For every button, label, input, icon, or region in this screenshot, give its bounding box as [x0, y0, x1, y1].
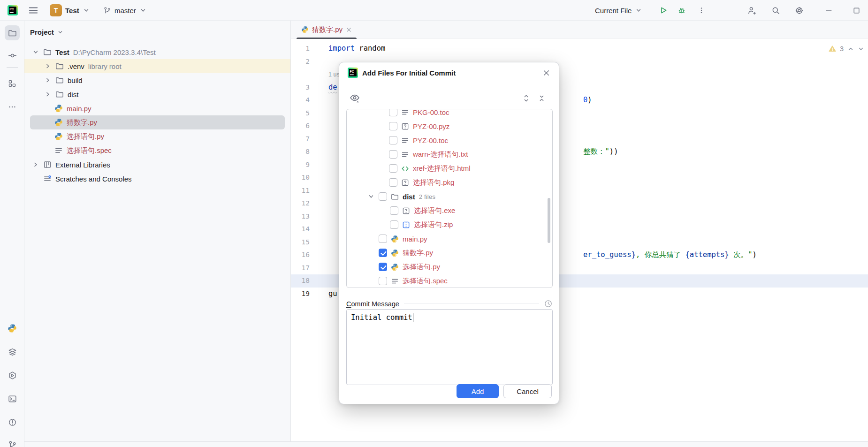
python-packages-tool-button[interactable] [5, 321, 20, 336]
commit-tool-button[interactable] [5, 48, 20, 63]
tree-item-label: dist [68, 91, 78, 98]
checkbox[interactable] [379, 192, 387, 201]
dialog-file-row[interactable]: PYZ-00.toc [347, 133, 552, 147]
checkbox[interactable] [379, 235, 387, 243]
checkbox[interactable] [389, 122, 397, 130]
view-options-eye-icon[interactable] [350, 93, 360, 103]
commit-history-clock-icon[interactable] [544, 299, 553, 308]
inspections-widget[interactable]: 3 [829, 45, 864, 53]
vcs-branch-widget[interactable]: master [103, 0, 147, 21]
settings-button[interactable] [795, 0, 804, 21]
expand-all-icon[interactable] [522, 94, 530, 102]
code-token: )) [609, 147, 618, 156]
project-name: Test [65, 7, 79, 15]
tree-item-label: 猜数字.py [67, 118, 97, 127]
main-menu-button[interactable] [28, 0, 38, 21]
cancel-button[interactable]: Cancel [503, 384, 552, 398]
dialog-file-row[interactable]: PYZ-00.pyz [347, 119, 552, 133]
text-file-icon [54, 146, 63, 155]
run-configuration-selector[interactable]: Current File [595, 0, 642, 21]
tree-item-label: Test [55, 48, 69, 56]
dialog-file-row[interactable]: PKG-00.toc [347, 109, 552, 119]
problems-tool-button[interactable] [5, 415, 20, 430]
more-tool-windows-button[interactable] [5, 99, 20, 114]
layers-icon [8, 348, 17, 356]
more-run-actions-button[interactable] [698, 0, 705, 21]
editor-tab-bar: 猜数字.py [291, 21, 868, 38]
chevron-right-icon [44, 76, 52, 84]
checkbox-checked[interactable] [379, 249, 387, 257]
close-icon[interactable] [542, 69, 550, 77]
checkbox[interactable] [390, 220, 398, 229]
tree-item-main-py[interactable]: main.py [24, 101, 290, 115]
checkbox[interactable] [389, 109, 397, 116]
checkbox[interactable] [389, 136, 397, 144]
tree-item-test-root[interactable]: Test D:\PyCharm 2023.3.4\Test [24, 45, 290, 59]
checkbox[interactable] [389, 178, 397, 187]
collapse-all-icon[interactable] [538, 94, 546, 102]
project-panel-header[interactable]: Project [30, 26, 64, 38]
dialog-file-row[interactable]: xref-选择语句.html [347, 161, 552, 175]
commit-message-input[interactable]: Initial commit [346, 309, 553, 385]
debug-button[interactable] [678, 0, 686, 21]
dialog-file-row[interactable]: 选择语句.zip [347, 218, 552, 232]
packages-tool-button[interactable] [5, 344, 20, 359]
close-icon[interactable] [346, 27, 352, 33]
prev-problem-chevron-up-icon[interactable] [847, 45, 854, 52]
tree-item-select-statement-py[interactable]: 选择语句.py [24, 129, 290, 144]
code-token: er_to_guess} [583, 250, 636, 259]
project-widget[interactable]: T Test [50, 0, 90, 21]
version-control-tool-button[interactable] [5, 437, 20, 447]
minimize-button[interactable] [825, 0, 833, 21]
text-file-icon [401, 109, 409, 116]
services-tool-button[interactable] [5, 368, 20, 383]
file-name: main.py [403, 235, 427, 243]
tree-item-venv[interactable]: .venv library root [24, 59, 290, 73]
editor-tab-active[interactable]: 猜数字.py [297, 21, 357, 38]
search-everywhere-button[interactable] [771, 0, 780, 21]
checkbox[interactable] [389, 150, 397, 159]
checkbox[interactable] [390, 206, 398, 215]
dialog-file-row[interactable]: 选择语句.py [347, 260, 552, 274]
dialog-file-row[interactable]: 选择语句.pkg [347, 175, 552, 189]
unknown-file-icon [402, 207, 410, 215]
line-number: 5 [291, 107, 312, 120]
tree-item-build[interactable]: build [24, 73, 290, 87]
code-token: import [328, 44, 355, 53]
terminal-tool-button[interactable] [5, 391, 20, 406]
tree-item-dist[interactable]: dist [24, 87, 290, 101]
dialog-file-row[interactable]: main.py [347, 232, 552, 246]
code-fragment: er_to_guess}, 你总共猜了 {attempts} 次。") [583, 249, 757, 262]
dialog-file-row[interactable]: 选择语句.spec [347, 274, 552, 288]
code-with-me-button[interactable] [747, 0, 756, 21]
tree-item-label: External Libraries [55, 161, 110, 169]
tree-item-select-statement-spec[interactable]: 选择语句.spec [24, 144, 290, 158]
run-button[interactable] [659, 0, 668, 21]
file-name: PYZ-00.pyz [413, 122, 449, 130]
dialog-folder-row-dist[interactable]: dist 2 files [347, 189, 552, 204]
line-number: 11 [291, 184, 312, 197]
maximize-button[interactable] [853, 0, 860, 21]
project-tool-button[interactable] [5, 25, 20, 40]
tree-item-guess-number-py[interactable]: 猜数字.py [30, 115, 285, 129]
python-file-icon [301, 26, 309, 33]
dialog-file-row[interactable]: warn-选择语句.txt [347, 147, 552, 161]
add-button[interactable]: Add [457, 384, 499, 398]
checkbox-checked[interactable] [379, 263, 387, 271]
unknown-file-icon [401, 179, 409, 187]
next-problem-chevron-down-icon[interactable] [858, 45, 864, 52]
run-icon [659, 6, 668, 15]
dialog-file-row[interactable]: 猜数字.py [347, 246, 552, 260]
checkbox[interactable] [379, 277, 387, 285]
tree-scrollbar[interactable] [548, 198, 550, 243]
checkbox[interactable] [389, 164, 397, 173]
code-token: 次。" [729, 250, 753, 259]
folder-icon [43, 48, 52, 56]
structure-tool-button[interactable] [5, 76, 20, 91]
tree-item-scratches[interactable]: Scratches and Consoles [24, 172, 290, 186]
terminal-icon [8, 394, 17, 403]
file-name: PKG-00.toc [413, 109, 449, 116]
dialog-file-row[interactable]: 选择语句.exe [347, 204, 552, 218]
debug-icon [678, 6, 686, 15]
tree-item-external-libraries[interactable]: External Libraries [24, 158, 290, 172]
